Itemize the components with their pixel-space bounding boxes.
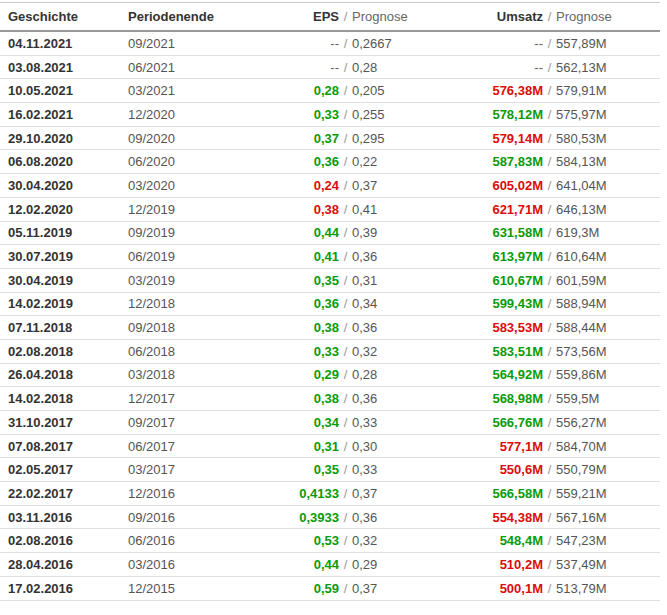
revenue-forecast: 646,13M [556, 202, 660, 217]
report-date: 22.02.2017 [0, 486, 128, 501]
table-row: 06.08.2020 06/2020 0,36 / 0,22 587,83M /… [0, 150, 660, 174]
eps-forecast: 0,34 [352, 296, 443, 311]
period-end: 09/2016 [128, 510, 250, 525]
report-date: 04.11.2021 [0, 36, 128, 51]
table-row: 30.04.2020 03/2020 0,24 / 0,37 605,02M /… [0, 174, 660, 198]
eps-forecast: 0,255 [352, 107, 443, 122]
report-date: 30.04.2020 [0, 178, 128, 193]
revenue-forecast: 580,53M [556, 131, 660, 146]
period-end: 12/2016 [128, 486, 250, 501]
table-row: 31.10.2017 09/2017 0,34 / 0,33 566,76M /… [0, 411, 660, 435]
table-row: 14.02.2019 12/2018 0,36 / 0,34 599,43M /… [0, 293, 660, 317]
revenue-separator: / [543, 581, 556, 596]
revenue-forecast: 562,13M [556, 60, 660, 75]
table-row: 29.10.2020 09/2020 0,37 / 0,295 579,14M … [0, 127, 660, 151]
revenue-separator: / [543, 60, 556, 75]
eps-forecast: 0,205 [352, 83, 443, 98]
report-date: 02.05.2017 [0, 462, 128, 477]
revenue-separator: / [543, 462, 556, 477]
eps-actual: 0,33 [250, 107, 339, 122]
eps-forecast: 0,33 [352, 462, 443, 477]
eps-actual: 0,24 [250, 178, 339, 193]
revenue-forecast: 559,86M [556, 367, 660, 382]
revenue-separator: / [543, 36, 556, 51]
revenue-forecast: 559,21M [556, 486, 660, 501]
eps-forecast: 0,295 [352, 131, 443, 146]
eps-separator: / [339, 131, 352, 146]
period-end: 12/2019 [128, 202, 250, 217]
eps-actual: 0,59 [250, 581, 339, 596]
revenue-forecast: 619,3M [556, 225, 660, 240]
period-end: 09/2018 [128, 320, 250, 335]
period-end: 03/2019 [128, 273, 250, 288]
eps-actual: 0,3933 [250, 510, 339, 525]
eps-forecast: 0,41 [352, 202, 443, 217]
table-row: 16.02.2021 12/2020 0,33 / 0,255 578,12M … [0, 103, 660, 127]
eps-forecast: 0,37 [352, 178, 443, 193]
report-date: 16.02.2021 [0, 107, 128, 122]
eps-separator: / [339, 83, 352, 98]
eps-separator: / [339, 533, 352, 548]
period-end: 06/2019 [128, 249, 250, 264]
eps-separator: / [339, 249, 352, 264]
eps-actual: 0,41 [250, 249, 339, 264]
period-end: 03/2021 [128, 83, 250, 98]
eps-forecast: 0,39 [352, 225, 443, 240]
eps-separator: / [339, 225, 352, 240]
revenue-separator: / [543, 296, 556, 311]
report-date: 05.11.2019 [0, 225, 128, 240]
eps-actual: 0,34 [250, 415, 339, 430]
header-history: Geschichte [0, 9, 128, 24]
revenue-forecast: 557,89M [556, 36, 660, 51]
header-period-end: Periodenende [128, 9, 250, 24]
eps-actual: 0,38 [250, 202, 339, 217]
revenue-forecast: 573,56M [556, 344, 660, 359]
period-end: 09/2019 [128, 225, 250, 240]
header-eps: EPS [250, 9, 339, 24]
report-date: 26.04.2018 [0, 367, 128, 382]
eps-forecast: 0,32 [352, 533, 443, 548]
eps-actual: 0,28 [250, 83, 339, 98]
period-end: 06/2021 [128, 60, 250, 75]
revenue-actual: 554,38M [443, 510, 543, 525]
period-end: 03/2016 [128, 557, 250, 572]
revenue-actual: 583,51M [443, 344, 543, 359]
eps-separator: / [339, 178, 352, 193]
revenue-forecast: 601,59M [556, 273, 660, 288]
table-row: 02.05.2017 03/2017 0,35 / 0,33 550,6M / … [0, 458, 660, 482]
eps-forecast: 0,37 [352, 581, 443, 596]
period-end: 03/2020 [128, 178, 250, 193]
revenue-forecast: 550,79M [556, 462, 660, 477]
revenue-actual: 605,02M [443, 178, 543, 193]
eps-separator: / [339, 581, 352, 596]
eps-forecast: 0,29 [352, 557, 443, 572]
revenue-forecast: 588,44M [556, 320, 660, 335]
table-row: 02.08.2016 06/2016 0,53 / 0,32 548,4M / … [0, 529, 660, 553]
revenue-actual: 599,43M [443, 296, 543, 311]
report-date: 14.02.2018 [0, 391, 128, 406]
eps-separator: / [339, 486, 352, 501]
period-end: 06/2016 [128, 533, 250, 548]
revenue-separator: / [543, 83, 556, 98]
revenue-separator: / [543, 391, 556, 406]
period-end: 09/2017 [128, 415, 250, 430]
table-row: 30.07.2019 06/2019 0,41 / 0,36 613,97M /… [0, 245, 660, 269]
table-row: 07.11.2018 09/2018 0,38 / 0,36 583,53M /… [0, 316, 660, 340]
eps-actual: 0,38 [250, 391, 339, 406]
eps-separator: / [339, 557, 352, 572]
revenue-actual: 576,38M [443, 83, 543, 98]
revenue-actual: 587,83M [443, 154, 543, 169]
eps-actual: 0,29 [250, 367, 339, 382]
eps-separator: / [339, 439, 352, 454]
eps-separator: / [339, 154, 352, 169]
eps-forecast: 0,33 [352, 415, 443, 430]
table-row: 14.02.2018 12/2017 0,38 / 0,36 568,98M /… [0, 387, 660, 411]
eps-actual: 0,37 [250, 131, 339, 146]
eps-separator: / [339, 296, 352, 311]
header-revenue: Umsatz [443, 9, 543, 24]
table-row: 05.11.2019 09/2019 0,44 / 0,39 631,58M /… [0, 222, 660, 246]
revenue-separator: / [543, 439, 556, 454]
eps-separator: / [339, 344, 352, 359]
header-revenue-separator: / [543, 9, 556, 24]
revenue-actual: 510,2M [443, 557, 543, 572]
